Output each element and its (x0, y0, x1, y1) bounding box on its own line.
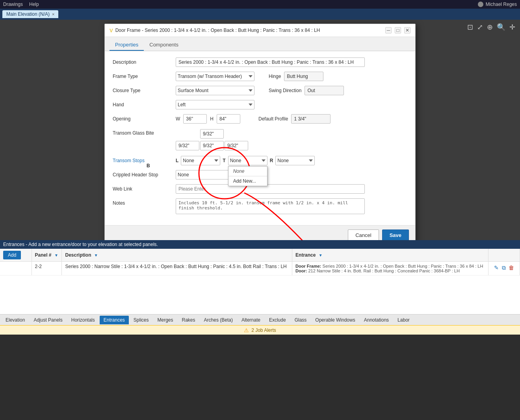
bite-cell-left (176, 140, 199, 151)
tab-horizontals[interactable]: Horizontals (67, 316, 99, 324)
transom-bite-row: Transom Glass Bite (113, 128, 407, 151)
bite-top-input[interactable] (200, 129, 224, 139)
user-avatar-dot (478, 2, 483, 7)
bottom-tabs: Elevation Adjust Panels Horizontals Entr… (0, 314, 520, 325)
bottom-section: Entrances - Add a new entrance/door to y… (0, 240, 520, 335)
bite-right-input[interactable] (225, 141, 248, 150)
bite-left-input[interactable] (176, 141, 199, 150)
v-logo: V (110, 28, 113, 33)
entrance-filter-icon[interactable]: ▼ (319, 253, 323, 257)
description-fields (176, 57, 407, 67)
opening-w-input[interactable] (183, 114, 207, 124)
stop-t-label: T (223, 158, 225, 163)
table-container: Add Panel # ▼ Description ▼ Entrance ▼ (0, 249, 520, 314)
add-entrance-button[interactable]: Add (3, 251, 21, 259)
bite-cell-center (200, 140, 224, 151)
edit-row-button[interactable]: ✎ (493, 264, 500, 272)
panel-filter-icon[interactable]: ▼ (54, 253, 58, 257)
entrance-cell: Door Frame: Series 2000 : 1-3/4 x 4-1/2 … (292, 262, 488, 276)
tab-splices[interactable]: Splices (130, 316, 153, 324)
dialog-controls: ─ □ ✕ (385, 27, 410, 33)
hand-select[interactable]: Left (176, 100, 254, 109)
bite-center-input[interactable] (200, 141, 224, 150)
row-checkbox-cell (0, 262, 32, 276)
tab-rakes[interactable]: Rakes (178, 316, 199, 324)
tab-annotations[interactable]: Annotations (360, 316, 393, 324)
notes-fields: Includes 10 ft. 5-1/2 in. transom frame … (176, 198, 407, 214)
menu-drawings[interactable]: Drawings (3, 2, 23, 7)
bite-cell-empty (176, 128, 199, 139)
user-name: Michael Reges (486, 2, 517, 7)
description-text: Series 2000 : Narrow Stile : 1-3/4 x 4-1… (65, 264, 289, 269)
default-profile-label: Default Profile (258, 116, 288, 122)
tab-adjust-panels[interactable]: Adjust Panels (30, 316, 66, 324)
dialog-title: V Door Frame - Series 2000 : 1-3/4 x 4-1… (110, 28, 320, 33)
transom-bite-label: Transom Glass Bite (113, 128, 176, 136)
tab-exclude[interactable]: Exclude (265, 316, 290, 324)
dd-add-new-option[interactable]: Add New... (228, 176, 267, 186)
hand-row: Hand Left (113, 100, 407, 109)
tab-operable-windows[interactable]: Operable Windows (311, 316, 359, 324)
job-alerts-text[interactable]: 2 Job Alerts (251, 327, 276, 333)
opening-h-input[interactable] (217, 114, 240, 124)
main-elevation-tab[interactable]: Main Elevation (N/A) × (2, 10, 58, 18)
dialog-footer: Cancel Save (105, 226, 415, 240)
save-button[interactable]: Save (382, 229, 409, 240)
tab-arches[interactable]: Arches (Beta) (200, 316, 237, 324)
closure-swing-row: Closure Type Surface Mount Swing Directi… (113, 86, 407, 95)
tab-alternate[interactable]: Alternate (238, 316, 264, 324)
tab-components[interactable]: Components (144, 39, 184, 51)
closure-swing-fields: Surface Mount Swing Direction (176, 86, 407, 95)
notes-textarea[interactable]: Includes 10 ft. 5-1/2 in. transom frame … (176, 198, 365, 214)
stops-controls: L None T None None (176, 156, 315, 165)
panel-number-header: Panel # ▼ (32, 249, 62, 262)
entrances-info-bar: Entrances - Add a new entrance/door to y… (0, 240, 520, 249)
tab-properties[interactable]: Properties (110, 39, 144, 51)
tab-labor[interactable]: Labor (394, 316, 414, 324)
opening-fields: W H Default Profile (176, 114, 407, 124)
close-button[interactable]: ✕ (404, 27, 410, 33)
entrance-header: Entrance ▼ (292, 249, 488, 262)
tab-close-button[interactable]: × (52, 12, 54, 17)
dialog-form: Description Frame Type Transom (w/ Trans… (105, 51, 415, 226)
closure-type-select[interactable]: Surface Mount (176, 86, 254, 95)
opening-row: Opening W H Default Profile (113, 114, 407, 124)
tab-label: Main Elevation (N/A) (6, 11, 50, 17)
description-input[interactable] (176, 57, 365, 67)
copy-row-button[interactable]: ⧉ (501, 264, 507, 272)
desc-filter-icon[interactable]: ▼ (94, 253, 98, 257)
stop-t-dropdown: None Add New... (228, 166, 267, 186)
delete-row-button[interactable]: 🗑 (508, 264, 515, 272)
web-link-label: Web Link (113, 184, 176, 192)
minimize-button[interactable]: ─ (385, 27, 392, 33)
menu-help[interactable]: Help (29, 2, 39, 7)
frame-hinge-fields: Transom (w/ Transom Header) Hinge (176, 72, 407, 81)
frame-type-label: Frame Type (113, 72, 176, 79)
bite-cell-top (200, 128, 224, 139)
stop-r-select[interactable]: None (275, 156, 315, 165)
door-value: 212 Narrow Stile : 4 in. Bott. Rail : Bu… (308, 268, 460, 273)
tab-merges[interactable]: Merges (154, 316, 177, 324)
tab-elevation[interactable]: Elevation (2, 316, 29, 324)
table-body: 2-2 Series 2000 : Narrow Stile : 1-3/4 x… (0, 262, 520, 276)
maximize-button[interactable]: □ (395, 27, 401, 33)
frame-hinge-row: Frame Type Transom (w/ Transom Header) H… (113, 72, 407, 81)
dd-none-option[interactable]: None (228, 167, 267, 176)
cancel-button[interactable]: Cancel (348, 229, 379, 240)
tab-entrances[interactable]: Entrances (100, 316, 129, 324)
stop-l-select[interactable]: None (181, 156, 220, 165)
door-frame-detail: Door Frame: Series 2000 : 1-3/4 x 4-1/2 … (295, 264, 485, 268)
tab-glass[interactable]: Glass (291, 316, 311, 324)
stop-l-label: L (176, 158, 178, 163)
table-row: 2-2 Series 2000 : Narrow Stile : 1-3/4 x… (0, 262, 520, 276)
stop-t-select[interactable]: None (228, 156, 267, 165)
swing-direction-label: Swing Direction (269, 88, 301, 93)
add-button-header: Add (0, 249, 32, 262)
door-frame-label: Door Frame: (295, 264, 321, 268)
door-frame-value: Series 2000 : 1-3/4 x 4-1/2 in. : Open B… (323, 264, 483, 268)
frame-type-select[interactable]: Transom (w/ Transom Header) (176, 72, 254, 81)
transom-stops-row: Transom Stops L None T None (113, 156, 407, 165)
entrances-info-text: Entrances - Add a new entrance/door to y… (3, 242, 158, 247)
web-link-input[interactable] (176, 184, 365, 194)
door-label: Door: (295, 268, 307, 273)
